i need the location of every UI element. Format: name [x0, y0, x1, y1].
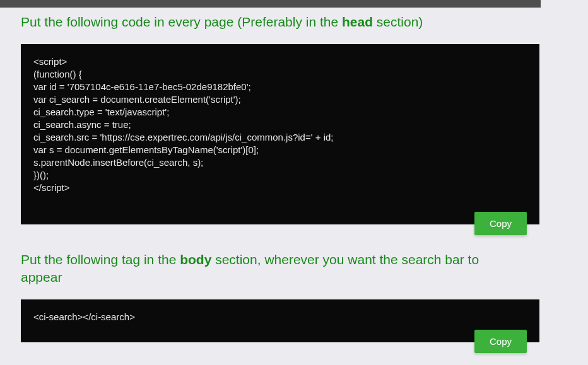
code-lines-container: <ci-search></ci-search> — [33, 311, 527, 323]
code-lines-container: <script>(function() {var id = '7057104c-… — [33, 55, 527, 194]
code-line: s.parentNode.insertBefore(ci_search, s); — [33, 156, 527, 169]
code-line: <script> — [33, 55, 527, 68]
heading-text-bold: body — [180, 252, 211, 267]
code-line: var id = '7057104c-e616-11e7-bec5-02de91… — [33, 81, 527, 93]
heading-head-section: Put the following code in every page (Pr… — [21, 13, 567, 30]
section-body-tag: Put the following tag in the body sectio… — [21, 251, 567, 342]
code-line: ci_search.async = true; — [33, 119, 527, 131]
code-line: (function() { — [33, 68, 527, 81]
code-line: ci_search.src = 'https://cse.expertrec.c… — [33, 131, 527, 144]
content-area: Put the following code in every page (Pr… — [0, 13, 588, 342]
code-line: var s = document.getElementsByTagName('s… — [33, 144, 527, 156]
top-bar — [0, 0, 588, 8]
code-line: <ci-search></ci-search> — [33, 311, 527, 323]
code-block-body: <ci-search></ci-search> Copy — [21, 299, 539, 342]
copy-button-body[interactable]: Copy — [474, 330, 527, 353]
code-line: var ci_search = document.createElement('… — [33, 93, 527, 106]
code-line: })(); — [33, 169, 527, 182]
code-line: ci_search.type = 'text/javascript'; — [33, 106, 527, 119]
section-head-code: Put the following code in every page (Pr… — [21, 13, 567, 224]
heading-text-pre: Put the following tag in the — [21, 252, 180, 267]
heading-text-pre: Put the following code in every page (Pr… — [21, 14, 342, 29]
code-line: </script> — [33, 182, 527, 194]
heading-text-post: section) — [373, 14, 423, 29]
heading-text-bold: head — [342, 14, 373, 29]
heading-body-section: Put the following tag in the body sectio… — [21, 251, 519, 286]
code-block-head: <script>(function() {var id = '7057104c-… — [21, 44, 539, 224]
copy-button-head[interactable]: Copy — [474, 212, 527, 235]
